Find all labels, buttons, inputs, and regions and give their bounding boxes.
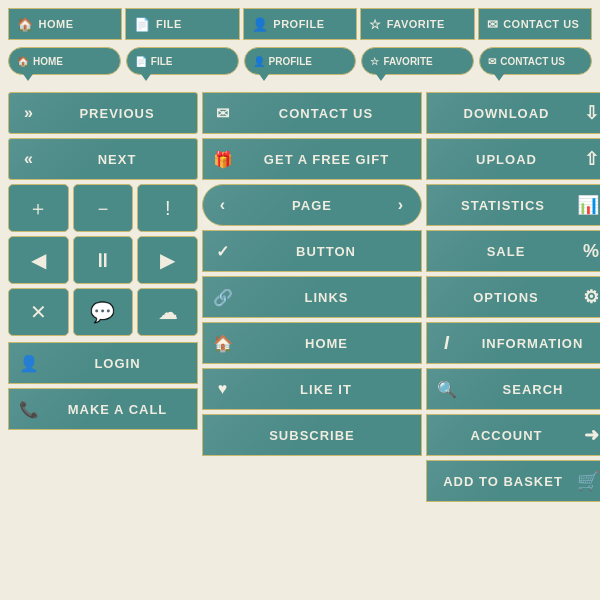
like-it-label: LIKE IT — [241, 382, 411, 397]
make-call-button[interactable]: 📞 MAKE A CALL — [8, 388, 198, 430]
nav-contact[interactable]: ✉ CONTACT US — [478, 8, 592, 40]
column-1: » PREVIOUS « NEXT ＋ － ! ◀ ⏸ ▶ ✕ 💬 ☁ 👤 LO… — [8, 92, 198, 592]
bubble-profile[interactable]: 👤 PROFILE — [244, 47, 357, 75]
add-button[interactable]: ＋ — [8, 184, 69, 232]
x-icon: ✕ — [30, 300, 47, 324]
like-it-button[interactable]: ♥ LIKE IT — [202, 368, 422, 410]
nav-favorite-label: FAVORITE — [387, 18, 445, 30]
alert-button[interactable]: ! — [137, 184, 198, 232]
back-button[interactable]: ◀ — [8, 236, 69, 284]
main-grid: » PREVIOUS « NEXT ＋ － ! ◀ ⏸ ▶ ✕ 💬 ☁ 👤 LO… — [8, 92, 592, 592]
bubble-nav-bar: 🏠 HOME 📄 FILE 👤 PROFILE ☆ FAVORITE ✉ CON… — [8, 45, 592, 87]
statistics-chart-icon: 📊 — [577, 194, 600, 216]
make-call-label: MAKE A CALL — [48, 402, 187, 417]
play-button[interactable]: ▶ — [137, 236, 198, 284]
bubble-profile-label: PROFILE — [269, 56, 312, 67]
home2-icon: 🏠 — [213, 334, 234, 353]
links-button[interactable]: 🔗 LINKS — [202, 276, 422, 318]
nav-file[interactable]: 📄 FILE — [125, 8, 239, 40]
contact-us-label: CONTACT US — [241, 106, 411, 121]
download-icon: ⇩ — [584, 102, 600, 124]
search-button[interactable]: 🔍 SEARCH — [426, 368, 600, 410]
page-label: PAGE — [241, 198, 383, 213]
bubble-profile-icon: 👤 — [253, 56, 265, 67]
free-gift-button[interactable]: 🎁 GET A FREE GIFT — [202, 138, 422, 180]
page-button[interactable]: ‹ PAGE › — [202, 184, 422, 226]
information-button[interactable]: i INFORMATION — [426, 322, 600, 364]
sale-button[interactable]: SALE % — [426, 230, 600, 272]
envelope-icon: ✉ — [487, 17, 499, 32]
search-icon: 🔍 — [437, 380, 458, 399]
arrow-right-icon: ➜ — [584, 424, 600, 446]
check-icon: ✓ — [213, 242, 233, 261]
bubble-home[interactable]: 🏠 HOME — [8, 47, 121, 75]
column-2: ✉ CONTACT US 🎁 GET A FREE GIFT ‹ PAGE › … — [202, 92, 422, 592]
download-label: DOWNLOAD — [437, 106, 576, 121]
add-to-basket-button[interactable]: ADD TO BASKET 🛒 — [426, 460, 600, 502]
rss-icon: ☁ — [158, 300, 178, 324]
account-button[interactable]: ACCOUNT ➜ — [426, 414, 600, 456]
contact-us-button[interactable]: ✉ CONTACT US — [202, 92, 422, 134]
nav-contact-label: CONTACT US — [503, 18, 579, 30]
previous-button[interactable]: » PREVIOUS — [8, 92, 198, 134]
double-chevron-right-icon: » — [19, 104, 39, 122]
home2-button[interactable]: 🏠 HOME — [202, 322, 422, 364]
gear-icon: ⚙ — [583, 286, 600, 308]
sale-label: SALE — [437, 244, 575, 259]
previous-label: PREVIOUS — [47, 106, 187, 121]
user-icon: 👤 — [19, 354, 40, 373]
profile-icon: 👤 — [252, 17, 269, 32]
bubble-home-label: HOME — [33, 56, 63, 67]
chat-button[interactable]: 💬 — [73, 288, 134, 336]
exclamation-icon: ! — [165, 197, 171, 220]
nav-favorite[interactable]: ☆ FAVORITE — [360, 8, 474, 40]
bubble-favorite-icon: ☆ — [370, 56, 379, 67]
login-label: LOGIN — [48, 356, 187, 371]
home2-label: HOME — [242, 336, 411, 351]
bubble-favorite[interactable]: ☆ FAVORITE — [361, 47, 474, 75]
home-icon: 🏠 — [17, 17, 34, 32]
information-label: INFORMATION — [465, 336, 600, 351]
pause-button[interactable]: ⏸ — [73, 236, 134, 284]
minus-button[interactable]: － — [73, 184, 134, 232]
download-button[interactable]: DOWNLOAD ⇩ — [426, 92, 600, 134]
info-icon: i — [437, 333, 457, 354]
upload-button[interactable]: UPLOAD ⇧ — [426, 138, 600, 180]
right-chevron-icon: › — [391, 196, 411, 214]
search-label: SEARCH — [466, 382, 600, 397]
statistics-button[interactable]: STATISTICS 📊 — [426, 184, 600, 226]
bubble-file-icon: 📄 — [135, 56, 147, 67]
rss-button[interactable]: ☁ — [137, 288, 198, 336]
button-label: BUTTON — [241, 244, 411, 259]
minus-icon: － — [93, 195, 113, 222]
bubble-contact[interactable]: ✉ CONTACT US — [479, 47, 592, 75]
page: 🏠 HOME 📄 FILE 👤 PROFILE ☆ FAVORITE ✉ CON… — [0, 0, 600, 600]
nav-profile[interactable]: 👤 PROFILE — [243, 8, 357, 40]
next-button[interactable]: « NEXT — [8, 138, 198, 180]
upload-label: UPLOAD — [437, 152, 576, 167]
double-chevron-left-icon: « — [19, 150, 39, 168]
bubble-contact-icon: ✉ — [488, 56, 496, 67]
percent-icon: % — [583, 241, 600, 262]
bubble-file[interactable]: 📄 FILE — [126, 47, 239, 75]
nav-bar: 🏠 HOME 📄 FILE 👤 PROFILE ☆ FAVORITE ✉ CON… — [8, 8, 592, 40]
options-button[interactable]: OPTIONS ⚙ — [426, 276, 600, 318]
file-icon: 📄 — [134, 17, 151, 32]
subscribe-button[interactable]: SUBSCRIBE — [202, 414, 422, 456]
favorite-icon: ☆ — [369, 17, 382, 32]
pause-icon: ⏸ — [93, 249, 113, 272]
statistics-label: STATISTICS — [437, 198, 569, 213]
free-gift-label: GET A FREE GIFT — [242, 152, 411, 167]
left-chevron-icon: ‹ — [213, 196, 233, 214]
button-button[interactable]: ✓ BUTTON — [202, 230, 422, 272]
account-label: ACCOUNT — [437, 428, 576, 443]
nav-profile-label: PROFILE — [273, 18, 324, 30]
plus-icon: ＋ — [28, 195, 48, 222]
login-button[interactable]: 👤 LOGIN — [8, 342, 198, 384]
bubble-file-label: FILE — [151, 56, 173, 67]
play-icon: ▶ — [160, 248, 175, 272]
close-button[interactable]: ✕ — [8, 288, 69, 336]
nav-home[interactable]: 🏠 HOME — [8, 8, 122, 40]
left-arrow-icon: ◀ — [31, 248, 46, 272]
column-3: DOWNLOAD ⇩ UPLOAD ⇧ STATISTICS 📊 SALE % … — [426, 92, 600, 592]
